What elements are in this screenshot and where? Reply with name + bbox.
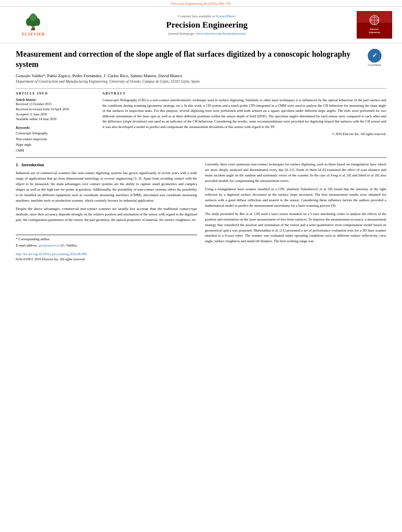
- email-link[interactable]: gvr@uniovi.es: [39, 243, 60, 247]
- svg-rect-5: [31, 28, 35, 30]
- header: ELSEVIER Contents lists available at Sci…: [0, 6, 402, 43]
- svg-text:Engineering: Engineering: [369, 32, 380, 33]
- article-info-title: ARTICLE INFO: [16, 92, 95, 95]
- article-title-text: Measurement and correction of the slope …: [16, 50, 350, 69]
- corresponding-author-note: * Corresponding author.: [16, 237, 197, 242]
- section1-number: 1.: [16, 163, 19, 167]
- article-title-container: Measurement and correction of the slope …: [16, 49, 386, 69]
- body-divider: [16, 157, 386, 158]
- abstract-text: Conoscopic Holography (CH) is a non-cont…: [102, 98, 386, 130]
- authors-line: Gonzalo Valiño*, Pablo Zapico, Pedro Fer…: [16, 73, 386, 78]
- keyword-4: CMM: [16, 148, 95, 153]
- accepted-date: Accepted 11 June 2016: [16, 112, 95, 117]
- section1-title: Introduction: [22, 163, 44, 167]
- section1-heading: 1. Introduction: [16, 162, 197, 168]
- keyword-3: Slope angle: [16, 142, 95, 147]
- body-column-left: 1. Introduction Industrial use of commer…: [16, 162, 197, 262]
- contents-line: Contents lists available at ScienceDirec…: [59, 14, 355, 18]
- article-info-abstract: ARTICLE INFO Article history: Received 1…: [16, 92, 386, 153]
- elsevier-logo-container: ELSEVIER: [8, 9, 59, 41]
- available-date: Available online 14 June 2016: [16, 117, 95, 122]
- journal-reference: Precision Engineering 46 (2016) 369–376: [171, 2, 231, 6]
- doi-area: http://dx.doi.org/10.1016/j.precisioneng…: [16, 252, 197, 262]
- body-column-right: Currently, there exist numerous non-cont…: [205, 162, 386, 262]
- svg-point-9: [371, 17, 377, 23]
- precision-engineering-logo-container: Precision Engineering: [355, 9, 394, 41]
- main-content: Measurement and correction of the slope …: [0, 43, 402, 262]
- header-center: Contents lists available at ScienceDirec…: [59, 14, 355, 35]
- history-label: Article history:: [16, 98, 95, 102]
- sciencedirect-link[interactable]: ScienceDirect: [216, 14, 235, 18]
- abstract-title: ABSTRACT: [102, 92, 386, 95]
- abstract-section: ABSTRACT Conoscopic Holography (CH) is a…: [102, 92, 386, 153]
- body-col1-para1: Industrial use of commercial scanners li…: [16, 171, 197, 204]
- affiliation-line: Department of Construction and Manufactu…: [16, 80, 386, 83]
- top-bar: Precision Engineering 46 (2016) 369–376: [0, 0, 402, 6]
- crossmark-badge-container: ✓ CrossMark: [363, 49, 386, 69]
- elsevier-wordmark: ELSEVIER: [22, 32, 45, 36]
- body-col2-para3: The study presented by Bin et al. [10] u…: [205, 211, 386, 245]
- keywords-section: Keywords: Conoscopic holography Non-cont…: [16, 125, 95, 153]
- svg-point-4: [30, 13, 36, 21]
- issn-line: 0141-6359/© 2016 Elsevier Inc. All right…: [16, 257, 86, 261]
- email-name: (G. Valiño).: [61, 243, 78, 247]
- body-col2-para1: Currently, there exist numerous non-cont…: [205, 162, 386, 184]
- keyword-1: Conoscopic holography: [16, 130, 95, 136]
- precision-engineering-logo: Precision Engineering: [357, 11, 392, 39]
- copyright-notice: © 2016 Elsevier Inc. All rights reserved…: [102, 132, 386, 136]
- elsevier-tree-icon: [22, 13, 44, 31]
- body-content: 1. Introduction Industrial use of commer…: [16, 162, 386, 262]
- journal-homepage: journal homepage: www.elsevier.com/locat…: [59, 32, 355, 35]
- svg-text:Precision: Precision: [370, 28, 378, 30]
- header-divider: [16, 88, 386, 89]
- article-info-section: ARTICLE INFO Article history: Received 1…: [16, 92, 95, 153]
- revised-date: Received in revised form 14 April 2016: [16, 107, 95, 112]
- article-history: Article history: Received 13 October 201…: [16, 98, 95, 122]
- keywords-label: Keywords:: [16, 125, 95, 130]
- footnote-area: * Corresponding author. E-mail address: …: [16, 235, 197, 248]
- body-col2-para2: Using a triangulation laser scanner inst…: [205, 187, 386, 209]
- body-col1-para2: Despite the above advantages, commercial…: [16, 206, 197, 223]
- keyword-2: Non-contact inspection: [16, 136, 95, 142]
- received-date: Received 13 October 2015: [16, 102, 95, 107]
- doi-link[interactable]: http://dx.doi.org/10.1016/j.precisioneng…: [16, 252, 87, 256]
- svg-rect-7: [358, 13, 390, 22]
- journal-title: Precision Engineering: [59, 20, 355, 30]
- crossmark-label: CrossMark: [368, 63, 381, 67]
- email-note: E-mail address: gvr@uniovi.es (G. Valiño…: [16, 243, 197, 248]
- journal-home-link[interactable]: www.elsevier.com/locate/precision: [196, 32, 246, 35]
- crossmark-icon: ✓: [368, 49, 382, 63]
